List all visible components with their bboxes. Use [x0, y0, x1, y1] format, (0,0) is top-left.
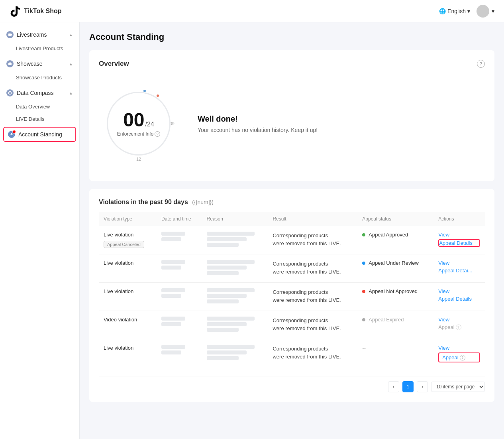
cell-actions: View Appeal ? [433, 339, 485, 368]
appeal-details-link-2[interactable]: Appeal Detai... [438, 268, 480, 274]
overview-card: Overview ? + ✦ [89, 50, 494, 181]
showcase-icon [6, 60, 14, 67]
user-menu[interactable]: ▾ [477, 5, 494, 18]
score-circle-wrap: + ✦ 00 /24 [99, 84, 178, 163]
appeal-dot-green [362, 233, 365, 236]
table-row: Video violation [99, 311, 485, 339]
violations-count: ({[num]}) [192, 199, 214, 205]
appeal-button-5[interactable]: Appeal ? [438, 352, 480, 362]
page-1-button[interactable]: 1 [402, 381, 414, 392]
cell-date-time [157, 339, 202, 368]
sidebar-item-data-compass[interactable]: Data Compass ▲ [0, 85, 79, 100]
date-placeholder [161, 317, 185, 321]
time-placeholder [161, 322, 181, 326]
cell-appeal-status: -- [357, 339, 433, 368]
appeal-details-button-1[interactable]: Appeal Details [438, 239, 480, 247]
view-link-3[interactable]: View [438, 288, 480, 294]
time-placeholder [161, 237, 181, 241]
cell-violation-type: Live violation Appeal Canceled [99, 226, 157, 254]
appeal-expired-label: Appeal [438, 324, 454, 330]
video-icon [6, 31, 14, 38]
reason-placeholder-2 [207, 350, 247, 354]
overview-header: Overview ? [99, 60, 485, 68]
sidebar-item-account-standing[interactable]: Account Standing [3, 127, 76, 142]
score-denom: /24 [145, 121, 154, 128]
appeal-dot-gray [362, 318, 365, 321]
reason-placeholder-3 [207, 271, 239, 275]
col-violation-type: Violation type [99, 212, 157, 226]
chevron-up-icon: ▲ [69, 91, 73, 95]
sidebar-item-livestreams[interactable]: Livestreams ▲ [0, 27, 79, 42]
enforcement-label: Enforcement Info ? [117, 131, 160, 137]
appeal-info-icon-5[interactable]: ? [460, 355, 465, 360]
cell-date-time [157, 283, 202, 311]
appeal-details-link-3[interactable]: Appeal Details [438, 296, 480, 302]
cell-result: Corresponding productswere removed from … [268, 311, 357, 339]
table-row: Live violation [99, 339, 485, 368]
cell-result: Corresponding productswere removed from … [268, 339, 357, 368]
lang-label: English [447, 8, 466, 14]
table-row: Live violation Appeal Canceled [99, 226, 485, 254]
view-link-2[interactable]: View [438, 260, 480, 266]
cell-date-time [157, 226, 202, 254]
reason-placeholder-3 [207, 243, 239, 247]
reason-placeholder-3 [207, 299, 239, 303]
prev-page-button[interactable]: ‹ [388, 381, 399, 392]
col-date-time: Date and time [157, 212, 202, 226]
view-link-1[interactable]: View [438, 232, 480, 238]
chevron-down-icon: ▾ [467, 8, 470, 14]
reason-placeholder-2 [207, 237, 247, 241]
svg-rect-2 [8, 63, 12, 65]
chevron-down-icon: ▾ [492, 8, 494, 14]
language-selector[interactable]: 🌐 English ▾ [439, 8, 470, 14]
tiktok-logo-icon [10, 6, 21, 17]
cell-actions: View Appeal Detai... [433, 254, 485, 283]
reason-placeholder-3 [207, 356, 239, 360]
cell-date-time [157, 311, 202, 339]
reason-placeholder-1 [207, 260, 255, 264]
overview-info-icon[interactable]: ? [477, 60, 485, 68]
pagination: ‹ 1 › 10 items per page 20 items per pag… [99, 376, 485, 392]
view-link-4[interactable]: View [438, 317, 480, 323]
violations-title: Violations in the past 90 days ({[num]}) [99, 199, 485, 206]
chevron-up-icon: ▲ [69, 62, 73, 66]
reason-placeholder-2 [207, 322, 247, 326]
page-title: Account Standing [89, 32, 494, 42]
header: TikTok Shop 🌐 English ▾ ▾ [0, 0, 504, 22]
appeal-dot-red [362, 290, 365, 293]
overview-title: Overview [99, 60, 129, 68]
next-page-button[interactable]: › [417, 381, 428, 392]
svg-marker-4 [10, 92, 11, 93]
reason-placeholder-3 [207, 328, 239, 332]
reason-placeholder-1 [207, 232, 255, 236]
well-done-title: Well done! [198, 114, 318, 124]
violations-table-wrap: Violation type Date and time Reason Resu… [99, 212, 485, 368]
sidebar-item-showcase-products[interactable]: Showcase Products [0, 71, 79, 84]
sidebar-item-livestream-products[interactable]: Livestream Products [0, 42, 79, 55]
cell-actions: View Appeal ? [433, 311, 485, 339]
chevron-up-icon: ▲ [69, 33, 73, 37]
score-value: 00 [123, 110, 144, 130]
sidebar-item-label: Showcase [17, 61, 43, 67]
sidebar-item-label: Data Compass [17, 90, 54, 96]
per-page-select[interactable]: 10 items per page 20 items per page 50 i… [431, 382, 485, 392]
time-placeholder [161, 294, 181, 298]
appeal-dot-blue [362, 262, 365, 265]
appeal-canceled-badge: Appeal Canceled [104, 241, 144, 248]
avatar [477, 5, 489, 18]
sidebar-section-data-compass: Data Compass ▲ Data Overview LIVE Detail… [0, 85, 79, 125]
svg-marker-1 [11, 33, 12, 36]
sidebar-section-livestreams: Livestreams ▲ Livestream Products [0, 27, 79, 55]
reason-placeholder-1 [207, 288, 255, 292]
view-link-5[interactable]: View [438, 345, 480, 351]
table-row: Live violation [99, 283, 485, 311]
sidebar-item-live-details[interactable]: LIVE Details [0, 113, 79, 125]
sidebar-item-showcase[interactable]: Showcase ▲ [0, 56, 79, 71]
cell-date-time [157, 254, 202, 283]
header-right: 🌐 English ▾ ▾ [439, 5, 494, 18]
logo-text: TikTok Shop [24, 8, 62, 15]
enforcement-info-icon[interactable]: ? [155, 131, 160, 137]
appeal-info-icon[interactable]: ? [456, 325, 461, 330]
sidebar-item-data-overview[interactable]: Data Overview [0, 100, 79, 113]
date-placeholder [161, 345, 185, 349]
